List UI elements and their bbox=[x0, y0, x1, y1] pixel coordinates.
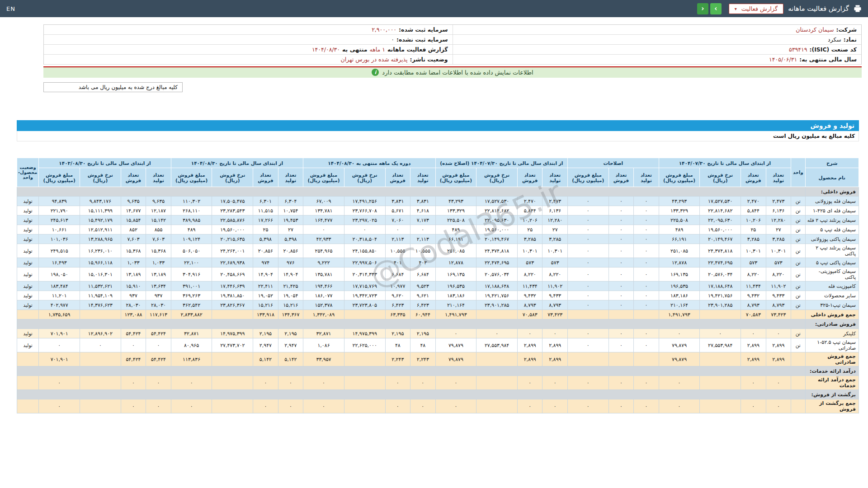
value-cell: ۲۶۸,۱۱۰ bbox=[171, 206, 212, 216]
value-cell: ۲۱۰,۱۶۴ bbox=[659, 300, 700, 310]
value-cell: ۲,۸۹۹ bbox=[542, 338, 568, 352]
value-cell: ۲۲,۴۱۱ bbox=[253, 282, 278, 291]
value-cell bbox=[700, 399, 741, 413]
value-cell: ۳,۲۸۵ bbox=[517, 235, 542, 244]
value-cell: ۰ bbox=[659, 399, 700, 413]
value-cell: ۱۴,۹۰۴ bbox=[278, 267, 303, 282]
isic-field: کد صنعت (ISIC): ۵۳۹۴۱۹ bbox=[453, 45, 862, 54]
report-type-select[interactable]: گزارش فعالیت ▾ bbox=[729, 4, 783, 14]
value-cell: ۲۳,۹۰۱,۲۸۵ bbox=[700, 300, 741, 310]
next-report-button[interactable]: › bbox=[710, 3, 722, 14]
value-cell: ۱۹,۰۵۲ bbox=[253, 291, 278, 300]
unit-header: واحد bbox=[791, 158, 805, 187]
value-cell: ۰ bbox=[766, 376, 791, 390]
unit-cell: تن bbox=[791, 206, 805, 216]
value-cell: ۱۶,۲۳۶,۰۱۰ bbox=[80, 244, 121, 258]
value-cell: ۰ bbox=[567, 300, 609, 310]
value-cell: ۱۴,۹۷۵,۳۹۹ bbox=[212, 329, 253, 338]
unit-cell: تن bbox=[791, 235, 805, 244]
value-cell: ۸,۲۲۰ bbox=[741, 267, 766, 282]
report-nav-buttons: › ‹ bbox=[697, 3, 722, 14]
value-cell: ۱۷,۵۰۵,۴۷۵ bbox=[212, 197, 253, 206]
value-cell: ۰ bbox=[171, 399, 212, 413]
value-cell: ۰ bbox=[609, 225, 634, 235]
prev-report-button[interactable]: ‹ bbox=[697, 3, 708, 14]
value-cell: ۱۴,۹۷۵,۳۹۹ bbox=[344, 329, 385, 338]
section-row: فروش صادراتی: bbox=[17, 319, 859, 329]
value-cell: ۵۷۳ bbox=[766, 258, 791, 267]
product-name-cell: سیمان پاکتی تیپ ۵ bbox=[805, 258, 859, 267]
value-cell: ۱۹,۴۲۱,۷۵۶ bbox=[700, 291, 741, 300]
value-cell: ۹,۶۲۰ bbox=[385, 291, 410, 300]
value-cell: ۲۴,۱۵۵,۸۵۰ bbox=[344, 244, 385, 258]
value-cell: ۱,۴۹۱,۷۹۳ bbox=[435, 310, 476, 319]
sub-header-row: نام محصولتعداد تولیدتعداد فروشنرخ فروش (… bbox=[17, 168, 859, 187]
product-row: کلینکرتن۰۰۰۰۰۰۰۰۰۰۰۲,۱۹۵۲,۱۹۵۱۴,۹۷۵,۳۹۹۳… bbox=[17, 329, 859, 338]
value-cell: ۰ bbox=[609, 300, 634, 310]
value-cell: ۱۵,۱۱۱,۳۹۹ bbox=[80, 206, 121, 216]
value-cell: ۰ bbox=[303, 399, 344, 413]
status-cell bbox=[17, 352, 39, 366]
value-cell: ۰ bbox=[542, 399, 568, 413]
unit-cell bbox=[791, 376, 805, 390]
value-cell: ۲۳,۹۰۱,۲۸۵ bbox=[476, 300, 518, 310]
status-cell: تولید bbox=[17, 197, 39, 206]
value-cell: ۲۷ bbox=[278, 225, 303, 235]
value-cell: ۱۲,۸۷۸ bbox=[659, 258, 700, 267]
value-cell: ۲۰,۱۴۹,۴۶۷ bbox=[700, 235, 741, 244]
value-cell: ۶,۴۲۳ bbox=[385, 300, 410, 310]
value-cell bbox=[212, 376, 253, 390]
value-cell: ۶,۴۲۳ bbox=[410, 300, 436, 310]
section-label: برگشت از فروش: bbox=[805, 390, 859, 399]
column-header: مبلغ فروش (میلیون ریال) bbox=[39, 168, 80, 187]
total-row: جمع فروش صادراتی۲,۸۹۹۲,۸۹۹۷۹,۸۷۹۲,۸۹۹۲,۸… bbox=[17, 352, 859, 366]
value-cell: ۲۲,۵۸۵,۸۷۶ bbox=[212, 216, 253, 225]
group-header: از ابتدای سال مالی تا تاریخ ۱۴۰۴/۰۸/۳۰ bbox=[171, 158, 303, 168]
value-cell: ۰ bbox=[80, 338, 121, 352]
value-cell: ۷۰۱,۹۰۱ bbox=[39, 329, 80, 338]
value-cell: ۱۷,۵۲۷,۵۳۰ bbox=[476, 197, 518, 206]
value-cell: ۱,۴۹۱,۷۹۳ bbox=[659, 310, 700, 319]
section-row-filler bbox=[17, 366, 806, 376]
report-period-mid-label: منتهی به bbox=[342, 46, 367, 53]
value-cell: ۲۰,۳۱۴,۳۳۳ bbox=[344, 267, 385, 282]
value-cell: ۲,۴۷۳ bbox=[766, 197, 791, 206]
value-cell: ۱۳,۶۳۴ bbox=[146, 282, 171, 291]
value-cell: ۲۲,۹۹۷,۵۰۶ bbox=[344, 258, 385, 267]
value-cell: ۱,۷۳۵,۶۵۹ bbox=[39, 310, 80, 319]
value-cell: ۰ bbox=[634, 258, 659, 267]
value-cell: ۵۴,۴۲۴ bbox=[121, 352, 146, 366]
value-cell: ۱۷,۴۴۶,۶۳۹ bbox=[212, 282, 253, 291]
value-cell: ۰ bbox=[410, 376, 436, 390]
value-cell: ۰ bbox=[634, 300, 659, 310]
language-toggle[interactable]: EN bbox=[6, 5, 15, 12]
value-cell: ۲,۹۴۷ bbox=[278, 338, 303, 352]
report-type-label: گزارش فعالیت bbox=[741, 5, 778, 12]
value-cell: ۱۹۶,۵۳۵ bbox=[435, 282, 476, 291]
value-cell: ۹,۴۳۳ bbox=[766, 291, 791, 300]
value-cell: ۵۷۳ bbox=[741, 258, 766, 267]
section-row: درآمد ارائه خدمات: bbox=[17, 366, 859, 376]
value-cell bbox=[212, 399, 253, 413]
product-name-cell: سیمان کامپوزیتی- پاکتی bbox=[805, 267, 859, 282]
value-cell: ۰ bbox=[385, 225, 410, 235]
value-cell: ۲,۸۹۹ bbox=[517, 338, 542, 352]
column-header: نرخ فروش (ریال) bbox=[476, 168, 518, 187]
value-cell: ۲۸,۰۳۰ bbox=[146, 300, 171, 310]
print-icon[interactable] bbox=[854, 5, 862, 13]
value-cell: ۴۰۱ bbox=[385, 258, 410, 267]
value-cell: ۵,۳۹۸ bbox=[278, 235, 303, 244]
value-cell: ۲۲۵,۵۰۸ bbox=[659, 216, 700, 225]
value-cell: ۶۳,۳۳۵ bbox=[385, 310, 410, 319]
info-row: کد صنعت (ISIC): ۵۳۹۴۱۹ گزارش فعالیت ماها… bbox=[44, 45, 861, 55]
value-cell: ۰ bbox=[146, 376, 171, 390]
value-cell: ۹,۸۴۳,۱۷۶ bbox=[80, 197, 121, 206]
unregistered-capital-label: سرمایه ثبت نشده: bbox=[396, 36, 448, 43]
total-row: جمع برگشت از فروش۰۰۰۰۰۰۰۰۰۰۰۰۰۰۰۰۰۰ bbox=[17, 399, 859, 413]
value-cell: ۲۲,۶۲۵,۰۰۰ bbox=[344, 338, 385, 352]
value-cell: ۰ bbox=[567, 291, 609, 300]
value-cell: ۲۵ bbox=[517, 225, 542, 235]
value-cell bbox=[344, 310, 385, 319]
value-cell: ۹,۴۳۲ bbox=[517, 291, 542, 300]
value-cell: ۸۵۵ bbox=[146, 225, 171, 235]
